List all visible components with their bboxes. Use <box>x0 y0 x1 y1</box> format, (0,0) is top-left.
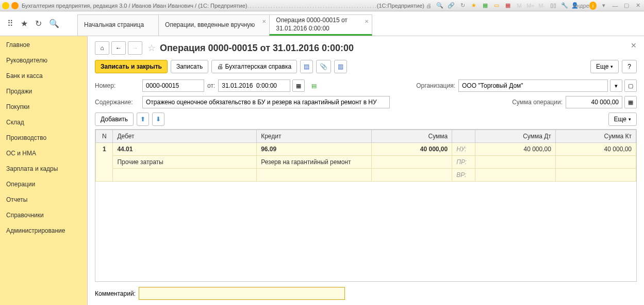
print-icon[interactable]: 🖨 <box>424 2 433 10</box>
favorite-star-icon[interactable]: ☆ <box>147 42 156 54</box>
col-debit[interactable]: Дебет <box>113 130 257 143</box>
sidebar-item-operations[interactable]: Операции <box>0 176 87 192</box>
panels-icon[interactable]: ▯▯ <box>549 2 557 10</box>
org-dropdown-button[interactable]: ▾ <box>610 79 622 92</box>
date-field[interactable] <box>218 79 290 92</box>
save-close-button[interactable]: Записать и закрыть <box>95 60 168 73</box>
forward-button[interactable]: → <box>128 41 142 55</box>
sidebar-item-manager[interactable]: Руководителю <box>0 53 87 68</box>
search-icon[interactable]: 🔍 <box>436 2 444 10</box>
add-row-button[interactable]: Добавить <box>95 113 134 126</box>
user-label[interactable]: 👤 Андрей <box>575 2 583 10</box>
tab-start-page[interactable]: Начальная страница <box>77 14 159 36</box>
table-more-button[interactable]: Еще <box>608 113 637 126</box>
dropdown-icon[interactable] <box>11 2 19 9</box>
table-row[interactable]: 1 44.01 96.09 40 000,00 НУ: 40 000,00 40… <box>96 143 636 156</box>
cell-pr-label: ПР: <box>452 156 475 169</box>
home-button[interactable]: ⌂ <box>95 41 109 55</box>
cell-empty <box>372 156 452 169</box>
col-credit[interactable]: Кредит <box>257 130 372 143</box>
info-dropdown-icon[interactable]: ▾ <box>600 2 608 10</box>
org-open-button[interactable]: ▢ <box>624 79 637 92</box>
search-toolbar-icon[interactable]: 🔍 <box>49 19 59 28</box>
calc-icon[interactable]: ▭ <box>492 2 501 10</box>
col-sum[interactable]: Сумма <box>372 130 452 143</box>
calendar-icon[interactable]: ▦ <box>504 2 512 10</box>
history-icon[interactable]: ↻ <box>35 19 42 28</box>
list-button[interactable]: ▥ <box>334 60 347 73</box>
star-icon[interactable]: ★ <box>470 2 478 10</box>
content-field[interactable] <box>142 96 390 108</box>
tab-close-icon[interactable]: ✕ <box>365 18 369 25</box>
sidebar-item-bank[interactable]: Банк и касса <box>0 68 87 84</box>
calc-button[interactable]: ▦ <box>624 96 637 108</box>
close-document-icon[interactable]: ✕ <box>631 41 637 50</box>
calendar-button[interactable]: ▦ <box>292 79 305 92</box>
sidebar-item-catalogs[interactable]: Справочники <box>0 207 87 223</box>
tab-label: Операции, введенные вручную <box>165 21 255 29</box>
sidebar-item-assets[interactable]: ОС и НМА <box>0 146 87 161</box>
tab-label: Операция 0000-00015 от 31.01.2016 0:00:0… <box>276 17 357 33</box>
apps-icon[interactable]: ⠿ <box>7 19 13 28</box>
sidebar-item-reports[interactable]: Отчеты <box>0 192 87 207</box>
info-icon[interactable]: i <box>589 2 597 10</box>
sidebar-item-purchases[interactable]: Покупки <box>0 99 87 115</box>
date-extra-button[interactable]: ▤ <box>308 79 320 92</box>
link-icon[interactable]: 🔗 <box>447 2 455 10</box>
top-row: ⠿ ★ ↻ 🔍 Начальная страница Операции, вве… <box>0 11 644 36</box>
print-ref-button[interactable]: 🖨 Бухгалтерская справка <box>211 60 297 73</box>
cell-credit-acc[interactable]: 96.09 <box>257 143 372 156</box>
cell-sum[interactable]: 40 000,00 <box>372 143 452 156</box>
help-button[interactable]: ? <box>622 60 637 73</box>
cell-debit-acc[interactable]: 44.01 <box>113 143 257 156</box>
col-sum-kt[interactable]: Сумма Кт <box>555 130 636 143</box>
sum-op-field[interactable] <box>566 96 622 108</box>
cell-sum-kt[interactable]: 40 000,00 <box>555 143 636 156</box>
sidebar-item-sales[interactable]: Продажи <box>0 84 87 99</box>
app-icon <box>2 2 9 9</box>
cell-nu-label: НУ: <box>452 143 475 156</box>
save-button[interactable]: Записать <box>171 60 208 73</box>
minimize-button[interactable]: — <box>611 2 619 10</box>
document-title: Операция 0000-00015 от 31.01.2016 0:00:0… <box>160 43 354 54</box>
nav-icon[interactable]: ↻ <box>458 2 467 10</box>
back-button[interactable]: ← <box>111 41 126 55</box>
favorites-icon[interactable]: ★ <box>21 19 28 28</box>
tab-operations-list[interactable]: Операции, введенные вручную ✕ <box>158 14 270 36</box>
number-field[interactable] <box>142 79 204 92</box>
more-button[interactable]: Еще <box>590 60 619 73</box>
comment-label: Комментарий: <box>95 290 136 297</box>
org-field[interactable] <box>458 79 608 92</box>
number-label: Номер: <box>95 82 139 89</box>
cell-credit-sub[interactable]: Резерв на гарантийный ремонт <box>257 156 372 169</box>
move-down-button[interactable]: ⬇ <box>152 113 164 126</box>
document-toolbar: Записать и закрыть Записать 🖨 Бухгалтерс… <box>95 60 637 73</box>
sidebar-item-main[interactable]: Главное <box>0 37 87 53</box>
col-n[interactable]: N <box>96 130 113 143</box>
comment-field[interactable] <box>139 287 345 300</box>
cell-empty <box>475 156 555 169</box>
m-icon[interactable]: M <box>515 2 523 10</box>
tab-close-icon[interactable]: ✕ <box>262 18 266 25</box>
m-minus-icon[interactable]: M- <box>538 2 546 10</box>
report-button[interactable]: ▤ <box>300 60 313 73</box>
move-up-button[interactable]: ⬆ <box>137 113 149 126</box>
close-button[interactable]: ✕ <box>634 2 642 10</box>
table-row[interactable]: Прочие затраты Резерв на гарантийный рем… <box>96 156 636 169</box>
table-row[interactable]: ВР: <box>96 169 636 182</box>
sidebar-item-warehouse[interactable]: Склад <box>0 115 87 130</box>
sidebar-item-production[interactable]: Производство <box>0 130 87 146</box>
tab-operation-current[interactable]: Операция 0000-00015 от 31.01.2016 0:00:0… <box>269 14 372 36</box>
sidebar-item-admin[interactable]: Администрирование <box>0 223 87 238</box>
sidebar-item-salary[interactable]: Зарплата и кадры <box>0 161 87 176</box>
grid-icon[interactable]: ▦ <box>481 2 489 10</box>
col-sum-dt[interactable]: Сумма Дт <box>475 130 555 143</box>
attach-button[interactable]: 📎 <box>316 60 331 73</box>
m-plus-icon[interactable]: M+ <box>526 2 535 10</box>
maximize-button[interactable]: ▢ <box>622 2 631 10</box>
cell-debit-sub[interactable]: Прочие затраты <box>113 156 257 169</box>
form-row-content: Содержание: Сумма операции: ▦ <box>95 96 637 108</box>
entries-table[interactable]: N Дебет Кредит Сумма Сумма Дт Сумма Кт 1… <box>95 129 637 282</box>
tools-icon[interactable]: 🔧 <box>560 2 569 10</box>
cell-sum-dt[interactable]: 40 000,00 <box>475 143 555 156</box>
